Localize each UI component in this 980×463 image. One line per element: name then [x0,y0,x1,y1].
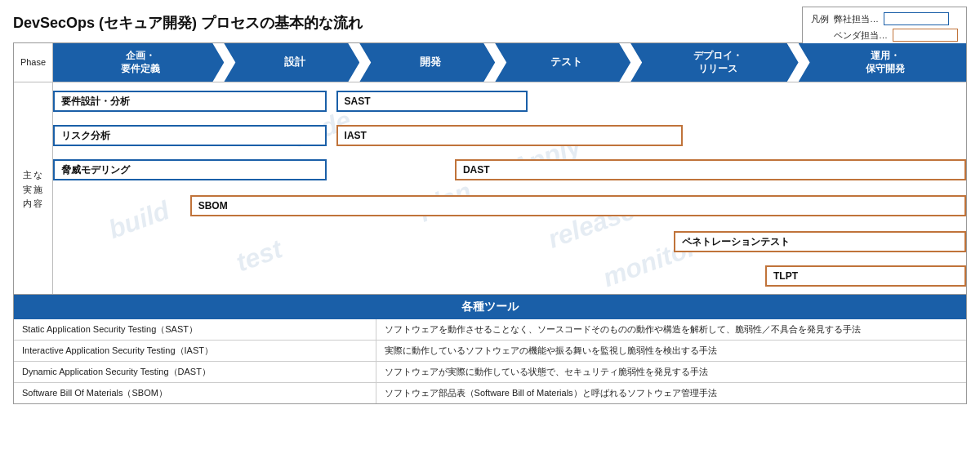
bar-iast: IAST [336,125,684,146]
tool-name-3: Software Bill Of Materials（SBOM） [14,383,376,404]
phase-deploy: デプロイ・リリース [630,43,798,82]
bar-tlpt: TLPT [765,265,966,287]
legend-our-label: 弊社担当… [834,13,879,25]
content-area: 主な 実施 内容 code Apply plan build release t… [14,82,966,294]
tool-name-2: Dynamic Application Security Testing（DAS… [14,362,376,383]
bar-threat: 脅威モデリング [53,159,327,180]
phase-planning: 企画・要件定義 [53,43,224,82]
phase-design: 設計 [224,43,359,82]
legend-vendor-box [893,29,958,42]
tool-desc-2: ソフトウェアが実際に動作している状態で、セキュリティ脆弱性を発見する手法 [376,362,966,383]
tools-section: 各種ツール Static Application Security Testin… [14,294,966,403]
legend-row-vendor: 凡例 ベンダ担当… [811,29,958,42]
tools-table: Static Application Security Testing（SAST… [14,319,966,403]
legend-row-our: 凡例 弊社担当… [811,12,958,25]
tool-desc-3: ソフトウェア部品表（Software Bill of Materials）と呼ば… [376,383,966,404]
phase-label: Phase [14,43,53,82]
tool-desc-0: ソフトウェアを動作させることなく、ソースコードそのものの動作や構造を解析して、脆… [376,319,966,341]
tools-header: 各種ツール [14,295,966,319]
bars-layer: 要件設計・分析 SAST リスク分析 IAST 脅威モデリング DAST SBO… [53,82,966,294]
legend-our-box [884,12,949,25]
phase-test: テスト [495,43,630,82]
bar-sast: SAST [336,91,528,112]
content-grid: code Apply plan build release test monit… [53,82,966,294]
phase-cells: 企画・要件定義 設計 開発 テスト デプロイ・リリース 運用・保守開発 [53,43,966,82]
bar-risk: リスク分析 [53,125,327,146]
bar-yoken: 要件設計・分析 [53,91,327,112]
phase-ops: 運用・保守開発 [799,43,966,82]
bar-pentest: ペネトレーションテスト [674,231,966,252]
tool-name-1: Interactive Application Security Testing… [14,341,376,362]
tool-row-2: Dynamic Application Security Testing（DAS… [14,362,966,383]
legend-title: 凡例 [811,13,829,25]
phase-row: Phase 企画・要件定義 設計 開発 テスト デプロイ・リリース 運用・保守開… [14,43,966,82]
legend-vendor-label: ベンダ担当… [834,29,888,42]
tool-row-0: Static Application Security Testing（SAST… [14,319,966,341]
tool-desc-1: 実際に動作しているソフトウェアの機能や振る舞いを監視し脆弱性を検出する手法 [376,341,966,362]
bar-sbom: SBOM [190,195,966,216]
page: 凡例 弊社担当… 凡例 ベンダ担当… DevSecOps (セキュア開発) プロ… [0,0,980,463]
tool-row-3: Software Bill Of Materials（SBOM）ソフトウェア部品… [14,383,966,404]
content-label: 主な 実施 内容 [14,82,53,294]
legend: 凡例 弊社担当… 凡例 ベンダ担当… [802,7,967,47]
bar-dast: DAST [455,159,966,180]
diagram: Phase 企画・要件定義 設計 開発 テスト デプロイ・リリース 運用・保守開… [13,42,967,404]
tool-row-1: Interactive Application Security Testing… [14,341,966,362]
tool-name-0: Static Application Security Testing（SAST… [14,319,376,341]
phase-dev: 開発 [359,43,495,82]
